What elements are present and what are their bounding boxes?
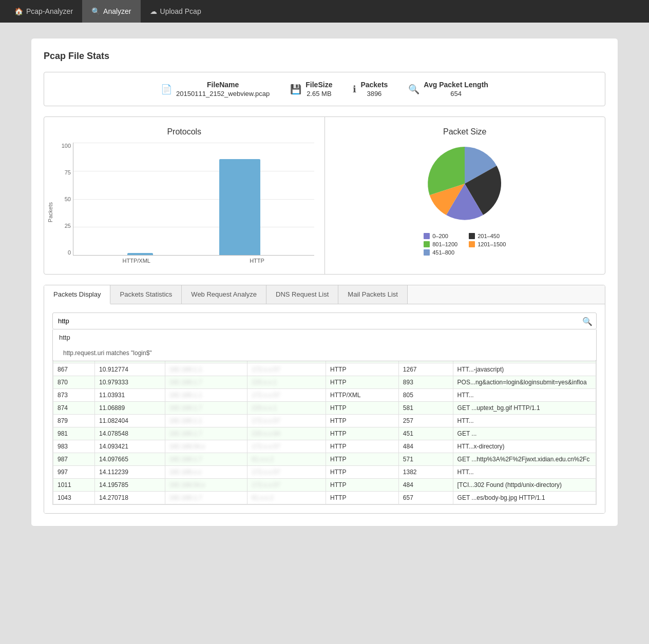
table-cell: [TCI...302 Found (httpd/unix-directory) — [453, 479, 596, 492]
table-cell: 192.168.54.x — [165, 479, 247, 492]
table-cell: 867 — [53, 363, 95, 376]
page-title: Pcap File Stats — [44, 51, 605, 62]
x-axis-labels: HTTP/XML HTTP — [54, 256, 314, 264]
tab-dns-request-list[interactable]: DNS Request List — [266, 285, 338, 304]
table-row[interactable]: 87411.06889192.168.1.7220.x.x.1HTTP581GE… — [53, 402, 596, 415]
table-cell: HTTP — [326, 479, 399, 492]
packets-stat: ℹ Packets 3896 — [353, 81, 388, 97]
tab-mail-packets-list[interactable]: Mail Packets List — [338, 285, 408, 304]
filesize-stat: 💾 FileSize 2.65 MB — [290, 81, 332, 97]
table-cell: 10.979333 — [95, 376, 165, 389]
table-row[interactable]: 87911.082404192.168.1.1172.x.x.57HTTP257… — [53, 415, 596, 427]
search-button[interactable]: 🔍 — [582, 316, 593, 326]
autocomplete-http-login[interactable]: http.request.uri matches "login$" — [53, 345, 596, 361]
table-cell: HTTP — [326, 492, 399, 504]
charts-row: Protocols 100 75 50 25 0 Packets — [44, 116, 605, 275]
table-row[interactable]: 86710.912774192.168.1.1172.x.x.57HTTP126… — [53, 363, 596, 376]
filename-stat: 📄 FileName 20150111_2152_webview.pcap — [161, 81, 270, 97]
table-cell: 14.078548 — [95, 427, 165, 440]
table-cell: HTTP — [326, 376, 399, 389]
table-cell: 451 — [398, 427, 453, 440]
table-cell: GET ...uptext_bg.gif HTTP/1.1 — [453, 402, 596, 415]
table-cell: HTT... — [453, 389, 596, 402]
tab-web-request-analyze[interactable]: Web Request Analyze — [182, 285, 266, 304]
x-label-http: HTTP — [250, 258, 264, 264]
protocols-title: Protocols — [54, 127, 314, 136]
legend-color-0-200 — [424, 233, 430, 239]
table-row[interactable]: 99714.112239192.168.x.x172.x.x.57HTTP138… — [53, 466, 596, 479]
table-cell: 571 — [398, 453, 453, 466]
tab-packets-display[interactable]: Packets Display — [44, 285, 110, 304]
y-100: 100 — [62, 143, 71, 149]
table-cell: 192.168.1.1 — [165, 363, 247, 376]
table-cell: GET ...es/body-bg.jpg HTTP/1.1 — [453, 492, 596, 504]
table-row[interactable]: 101114.195785192.168.54.x172.x.x.57HTTP4… — [53, 479, 596, 492]
table-cell: 997 — [53, 466, 95, 479]
table-cell: 14.112239 — [95, 466, 165, 479]
file-stats-row: 📄 FileName 20150111_2152_webview.pcap 💾 … — [44, 72, 605, 106]
nav-upload-pcap[interactable]: ☁ Upload Pcap — [141, 0, 211, 23]
legend-color-801-1200 — [424, 241, 430, 247]
bars-wrapper — [73, 159, 314, 255]
table-row[interactable]: 98714.097665192.168.1.761.x.x.2HTTP571GE… — [53, 453, 596, 466]
table-cell: 11.082404 — [95, 415, 165, 427]
table-row[interactable]: 87010.979333192.168.1.7220.x.x.1HTTP893P… — [53, 376, 596, 389]
table-cell: POS...ng&action=login&loginsubmit=yes&in… — [453, 376, 596, 389]
filename-value: 20150111_2152_webview.pcap — [176, 90, 270, 97]
nav-analyzer[interactable]: 🔍 Analyzer — [82, 0, 140, 23]
table-cell: 172.x.x.57 — [247, 363, 326, 376]
legend-451-800: 451–800 — [424, 249, 461, 256]
table-cell: HTTP — [326, 440, 399, 453]
avg-length-label: Avg Packet Length — [424, 81, 488, 89]
search-input[interactable] — [52, 313, 597, 329]
legend-color-451-800 — [424, 249, 430, 256]
table-cell: HTTP — [326, 466, 399, 479]
table-cell: 220.x.x.1 — [247, 402, 326, 415]
table-cell: 192.168.1.7 — [165, 427, 247, 440]
autocomplete-http[interactable]: http — [53, 329, 596, 345]
packets-value: 3896 — [367, 90, 381, 97]
x-label-http-xml: HTTP/XML — [123, 258, 150, 264]
tabs-container: Packets Display Packets Statistics Web R… — [44, 285, 605, 514]
packet-size-title: Packet Size — [335, 127, 595, 136]
tab-packets-statistics[interactable]: Packets Statistics — [110, 285, 182, 304]
table-row[interactable]: 104314.270718192.168.1.761.x.x.2HTTP657G… — [53, 492, 596, 504]
nav-pcap-analyzer[interactable]: 🏠 Pcap-Analyzer — [5, 0, 82, 23]
table-row[interactable]: 98114.078548192.168.1.7220.x.x.64HTTP451… — [53, 427, 596, 440]
table-cell: 192.168.1.1 — [165, 389, 247, 402]
y-axis-label: Packets — [47, 202, 53, 222]
table-cell: HTTP — [326, 453, 399, 466]
table-cell: 805 — [398, 389, 453, 402]
table-cell: 192.168.1.7 — [165, 492, 247, 504]
table-cell: HTTP/XML — [326, 389, 399, 402]
packets-icon: ℹ — [353, 84, 356, 95]
table-cell: HTTP — [326, 427, 399, 440]
table-cell: 1382 — [398, 466, 453, 479]
autocomplete-dropdown: http http.request.uri matches "login$" — [52, 329, 597, 361]
file-icon: 📄 — [161, 84, 172, 95]
table-cell: HTTP — [326, 415, 399, 427]
table-cell: 61.x.x.2 — [247, 492, 326, 504]
table-row[interactable]: 98314.093421192.168.54.x172.x.x.57HTTP48… — [53, 440, 596, 453]
filesize-label: FileSize — [306, 81, 332, 89]
nav-upload-label: Upload Pcap — [160, 7, 201, 15]
table-cell: 11.06889 — [95, 402, 165, 415]
legend-label-1201-1500: 1201–1500 — [478, 241, 506, 247]
table-cell: 192.168.1.7 — [165, 376, 247, 389]
legend-label-451-800: 451–800 — [432, 249, 454, 256]
protocols-chart-section: Protocols 100 75 50 25 0 Packets — [44, 117, 325, 274]
table-row[interactable]: 87311.03931192.168.1.1172.x.x.57HTTP/XML… — [53, 389, 596, 402]
table-cell: GET ...http%3A%2F%2Fjwxt.xidian.edu.cn%2… — [453, 453, 596, 466]
table-cell: 192.168.54.x — [165, 440, 247, 453]
table-cell: HTTP — [326, 363, 399, 376]
avg-length-stat: 🔍 Avg Packet Length 654 — [408, 81, 488, 97]
table-cell: 987 — [53, 453, 95, 466]
bar-chart-area — [73, 143, 314, 256]
packets-label: Packets — [360, 81, 388, 89]
table-cell: 14.093421 — [95, 440, 165, 453]
table-cell: HTT...-javascript) — [453, 363, 596, 376]
table-cell: 1267 — [398, 363, 453, 376]
table-cell: 172.x.x.57 — [247, 479, 326, 492]
bar-http — [219, 159, 260, 255]
filesize-value: 2.65 MB — [307, 90, 331, 97]
